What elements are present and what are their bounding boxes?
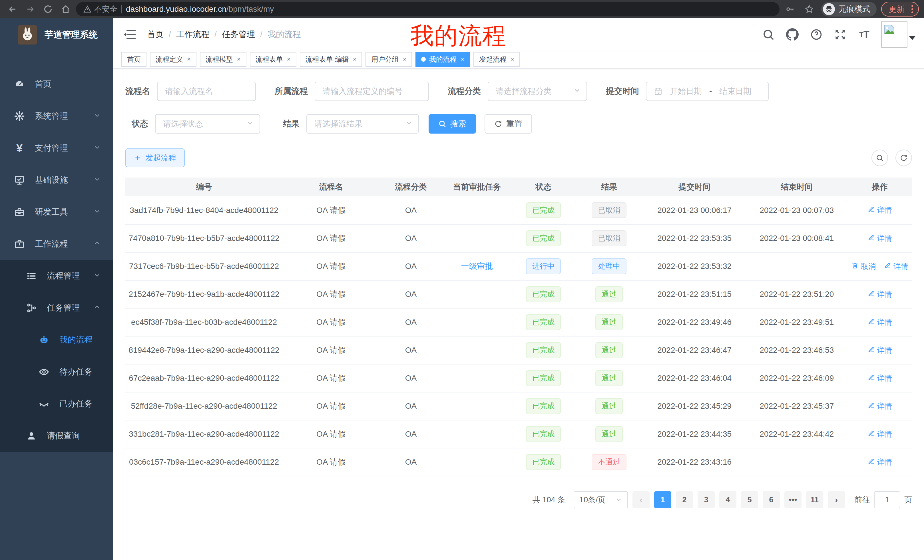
- sidebar-item-11[interactable]: 请假查询: [0, 420, 113, 452]
- row-action-详情[interactable]: 详情: [884, 262, 908, 271]
- sidebar-item-3[interactable]: 基础设施: [0, 164, 113, 196]
- annotation-overlay: 我的流程: [410, 20, 506, 52]
- prev-page-button[interactable]: ‹: [633, 491, 650, 508]
- page-ellipsis[interactable]: •••: [784, 491, 801, 508]
- tab-流程定义[interactable]: 流程定义×: [150, 52, 196, 67]
- row-action-详情[interactable]: 详情: [867, 317, 892, 327]
- next-page-button[interactable]: ›: [828, 491, 845, 508]
- close-icon[interactable]: ×: [403, 55, 406, 63]
- cell-submit-time: 2022-01-22 23:44:35: [643, 420, 746, 448]
- close-icon[interactable]: ×: [353, 55, 357, 63]
- sidebar-item-7[interactable]: 任务管理: [0, 292, 113, 324]
- column-header-4: 状态: [512, 178, 575, 196]
- browser-menu-icon[interactable]: [909, 5, 915, 13]
- status-select[interactable]: 请选择状态: [155, 114, 260, 133]
- cell-end-time: 2022-01-22 23:46:09: [746, 364, 848, 392]
- security-chip[interactable]: 不安全: [83, 4, 117, 14]
- tab-流程表单-编辑[interactable]: 流程表单-编辑×: [300, 52, 362, 67]
- browser-forward-button[interactable]: [23, 2, 38, 16]
- breadcrumb-item-1[interactable]: 工作流程: [176, 29, 209, 40]
- bookmark-star-icon[interactable]: [802, 2, 817, 16]
- page-size-select[interactable]: 10条/页: [574, 491, 628, 508]
- github-icon[interactable]: [785, 27, 800, 42]
- page-button-4[interactable]: 4: [719, 491, 736, 508]
- sidebar-item-9[interactable]: 待办任务: [0, 356, 113, 388]
- result-badge: 已取消: [592, 231, 627, 246]
- app-logo[interactable]: 芋道管理系统: [0, 18, 113, 52]
- row-action-取消[interactable]: 取消: [851, 262, 876, 271]
- row-action-详情[interactable]: 详情: [867, 401, 892, 411]
- page-button-1[interactable]: 1: [654, 491, 671, 508]
- sidebar-item-4[interactable]: 研发工具: [0, 196, 113, 228]
- browser-back-button[interactable]: [5, 2, 20, 16]
- category-select[interactable]: 请选择流程分类: [488, 82, 587, 101]
- sidebar-item-10[interactable]: 已办任务: [0, 388, 113, 420]
- row-action-详情[interactable]: 详情: [867, 345, 892, 355]
- row-action-详情[interactable]: 详情: [867, 373, 892, 383]
- tab-用户分组[interactable]: 用户分组×: [366, 52, 412, 67]
- font-size-icon[interactable]: TT: [857, 27, 872, 42]
- table-header-row: 编号流程名流程分类当前审批任务状态结果提交时间结束时间操作: [125, 178, 912, 196]
- url-text: dashboard.yudao.iocoder.cn/bpm/task/my: [126, 4, 274, 14]
- tab-首页[interactable]: 首页: [122, 52, 147, 67]
- page-button-2[interactable]: 2: [676, 491, 693, 508]
- edit-icon: [867, 458, 875, 467]
- sidebar-item-5[interactable]: 工作流程: [0, 228, 113, 260]
- breadcrumb-item-0[interactable]: 首页: [147, 29, 164, 40]
- row-action-详情[interactable]: 详情: [867, 205, 892, 215]
- close-icon[interactable]: ×: [187, 55, 191, 63]
- header-search-icon[interactable]: [761, 27, 776, 42]
- sidebar-item-6[interactable]: 流程管理: [0, 260, 113, 292]
- row-action-详情[interactable]: 详情: [867, 429, 892, 439]
- sidebar-item-1[interactable]: 系统管理: [0, 100, 113, 132]
- cell-name: OA 请假: [283, 280, 380, 308]
- close-icon[interactable]: ×: [510, 55, 514, 63]
- create-process-button[interactable]: 发起流程: [125, 148, 185, 167]
- row-action-详情[interactable]: 详情: [867, 234, 892, 244]
- toggle-search-button[interactable]: [872, 150, 888, 166]
- process-definition-input[interactable]: 请输入流程定义的编号: [315, 82, 429, 101]
- sidebar-toggle-icon[interactable]: [124, 30, 136, 39]
- goto-page-input[interactable]: 1: [874, 491, 900, 508]
- status-badge: 已完成: [526, 342, 561, 358]
- process-name-input[interactable]: 请输入流程名: [157, 82, 256, 101]
- reset-button[interactable]: 重置: [484, 114, 532, 133]
- search-button[interactable]: 搜索: [429, 114, 476, 133]
- refresh-table-button[interactable]: [896, 150, 912, 166]
- breadcrumb-item-2[interactable]: 任务管理: [222, 29, 255, 40]
- browser-home-button[interactable]: [58, 2, 73, 16]
- sidebar-item-2[interactable]: ¥支付管理: [0, 132, 113, 164]
- user-avatar[interactable]: [881, 21, 915, 48]
- browser-reload-button[interactable]: [40, 2, 56, 16]
- browser-update-button[interactable]: 更新: [881, 2, 919, 16]
- page-button-6[interactable]: 6: [763, 491, 780, 508]
- close-icon[interactable]: ×: [237, 55, 241, 63]
- cell-task: [442, 392, 512, 420]
- fullscreen-icon[interactable]: [833, 27, 848, 42]
- table-body: 3ad174fb-7b9d-11ec-8404-acde48001122OA 请…: [125, 196, 912, 476]
- tab-流程表单[interactable]: 流程表单×: [250, 52, 296, 67]
- close-icon[interactable]: ×: [287, 55, 291, 63]
- task-link[interactable]: 一级审批: [461, 262, 493, 271]
- close-icon[interactable]: ×: [460, 55, 464, 63]
- page-button-3[interactable]: 3: [698, 491, 715, 508]
- cell-task: [442, 280, 512, 308]
- sidebar: 芋道管理系统 首页系统管理¥支付管理基础设施研发工具工作流程流程管理任务管理我的…: [0, 18, 113, 560]
- result-select[interactable]: 请选择流结果: [306, 114, 419, 133]
- sidebar-item-8[interactable]: 我的流程: [0, 324, 113, 356]
- sidebar-item-0[interactable]: 首页: [0, 68, 113, 100]
- help-icon[interactable]: [809, 27, 824, 42]
- cell-category: OA: [380, 308, 442, 336]
- tab-发起流程[interactable]: 发起流程×: [473, 52, 520, 67]
- row-action-详情[interactable]: 详情: [867, 289, 892, 299]
- tab-我的流程[interactable]: 我的流程×: [416, 52, 470, 67]
- cell-id: 03c6c157-7b9a-11ec-a290-acde48001122: [125, 448, 283, 476]
- address-bar[interactable]: 不安全 dashboard.yudao.iocoder.cn/bpm/task/…: [76, 2, 780, 16]
- row-action-详情[interactable]: 详情: [867, 457, 892, 467]
- page-button-5[interactable]: 5: [741, 491, 758, 508]
- tab-流程模型[interactable]: 流程模型×: [200, 52, 246, 67]
- result-badge: 通过: [596, 398, 623, 414]
- submit-time-range-picker[interactable]: 开始日期 - 结束日期: [646, 82, 769, 101]
- page-button-11[interactable]: 11: [806, 491, 823, 508]
- password-key-icon[interactable]: [782, 2, 797, 16]
